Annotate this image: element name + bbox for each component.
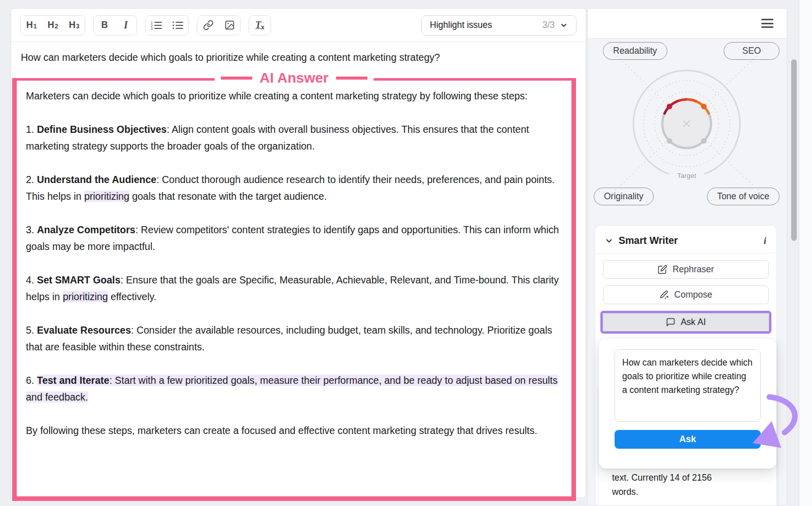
h3-button[interactable]: H3: [63, 16, 85, 35]
answer-paragraph: Marketers can decide which goals to prio…: [26, 88, 561, 104]
ai-answer-box: AI Answer Marketers can decide which goa…: [12, 78, 576, 501]
sidebar-header: [588, 9, 787, 39]
editor-toolbar: H1 H2 H3 B I 1 2 3: [11, 9, 586, 42]
rephraser-label: Rephraser: [672, 264, 714, 275]
h3-label: H: [69, 20, 76, 30]
rephraser-button[interactable]: Rephraser: [603, 260, 769, 279]
ordered-list-icon: 1 2 3: [151, 20, 162, 30]
h1-sub: 1: [33, 23, 37, 30]
assistant-sidebar: Readability SEO Originality Tone of voic…: [587, 8, 787, 506]
link-icon: [203, 20, 214, 30]
h1-label: H: [26, 20, 33, 30]
collapse-chevron-icon[interactable]: [604, 236, 614, 245]
clear-formatting-button[interactable]: Tx: [249, 16, 270, 35]
ai-answer-text[interactable]: Marketers can decide which goals to prio…: [26, 88, 561, 439]
heading-button-group: H1 H2 H3: [20, 15, 85, 35]
ordered-list-button[interactable]: 1 2 3: [146, 16, 167, 35]
smart-writer-header: Smart Writer i: [595, 226, 776, 254]
info-icon[interactable]: i: [764, 235, 766, 246]
ask-ai-popup: How can marketers decide which goals to …: [599, 339, 776, 468]
answer-paragraph: 5. Evaluate Resources: Consider the avai…: [26, 322, 561, 355]
svg-text:3: 3: [151, 27, 153, 30]
ask-ai-button[interactable]: Ask AI: [602, 313, 769, 332]
ask-ai-label: Ask AI: [681, 317, 706, 328]
clear-formatting-t: T: [255, 20, 261, 30]
clear-format-group: Tx: [249, 15, 271, 35]
answer-paragraph: 1. Define Business Objectives: Align con…: [26, 121, 561, 155]
ai-answer-annotation: AI Answer: [215, 70, 374, 86]
annotation-dash-left: [221, 77, 252, 80]
page-scrollbar[interactable]: [791, 59, 797, 241]
h2-label: H: [48, 20, 54, 30]
window-edge-strip: [799, 0, 812, 506]
target-score-gauge: Target: [588, 43, 786, 195]
clear-formatting-x: x: [261, 24, 264, 31]
answer-paragraph: By following these steps, marketers can …: [26, 422, 561, 439]
h3-sub: 3: [76, 23, 80, 30]
editor-panel: H1 H2 H3 B I 1 2 3: [11, 8, 586, 498]
smart-writer-buttons: Rephraser Compose Ask AI: [595, 254, 776, 334]
highlight-issues-label: Highlight issues: [430, 20, 492, 30]
answer-paragraph: 2. Understand the Audience: Conduct thor…: [26, 171, 561, 205]
target-label: Target: [677, 172, 696, 179]
annotation-dash-right: [336, 77, 367, 80]
compose-button[interactable]: Compose: [603, 285, 769, 304]
bold-button[interactable]: B: [94, 16, 115, 35]
bullet-list-icon: [172, 20, 183, 30]
highlight-issues-count: 3/3: [543, 20, 555, 30]
sidebar-body: Readability SEO Originality Tone of voic…: [588, 39, 787, 505]
answer-paragraph: 4. Set SMART Goals: Ensure that the goal…: [26, 272, 561, 305]
chat-bubble-icon: [666, 317, 675, 327]
ask-ai-highlight-outline: Ask AI: [600, 311, 771, 334]
compose-label: Compose: [674, 290, 713, 300]
answer-paragraph: 6. Test and Iterate: Start with a few pr…: [26, 372, 561, 406]
ask-ai-question-input[interactable]: How can marketers decide which goals to …: [615, 349, 761, 422]
answer-paragraph: 3. Analyze Competitors: Review competito…: [26, 222, 561, 255]
tone-score-dot: [701, 138, 706, 143]
highlight-issues-dropdown[interactable]: Highlight issues 3/3: [421, 15, 577, 35]
bullet-list-button[interactable]: [167, 16, 188, 35]
ai-answer-label: AI Answer: [260, 70, 329, 86]
compose-pen-icon: [660, 290, 669, 300]
ask-button[interactable]: Ask: [615, 430, 761, 449]
smart-writer-title: Smart Writer: [619, 235, 678, 246]
image-button[interactable]: [219, 16, 240, 35]
list-button-group: 1 2 3: [145, 15, 189, 35]
insert-button-group: [197, 15, 241, 35]
h1-button[interactable]: H1: [21, 16, 42, 35]
rephraser-edit-icon: [658, 265, 667, 274]
word-count-text: text. Currently 14 of 2156 words.: [612, 471, 712, 499]
h2-sub: 2: [55, 23, 58, 30]
originality-score-dot: [667, 138, 672, 143]
image-icon: [224, 20, 235, 30]
readability-score-dot: [667, 104, 672, 110]
link-button[interactable]: [197, 16, 219, 35]
editor-question-text[interactable]: How can marketers decide which goals to …: [21, 50, 576, 65]
italic-button[interactable]: I: [115, 16, 137, 35]
seo-score-dot: [701, 104, 706, 110]
h2-button[interactable]: H2: [42, 16, 63, 35]
chevron-down-icon: [560, 21, 568, 29]
format-button-group: B I: [93, 15, 137, 35]
hamburger-icon[interactable]: [761, 19, 773, 28]
